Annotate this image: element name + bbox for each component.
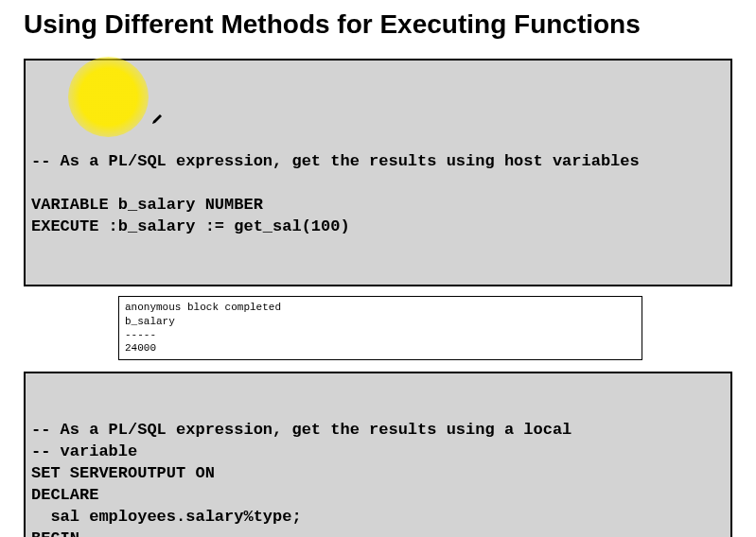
code-block-local-variable: -- As a PL/SQL expression, get the resul… [24, 372, 732, 537]
slide-content: Using Different Methods for Executing Fu… [0, 9, 756, 537]
pencil-cursor-icon [103, 95, 164, 149]
code-block-host-variables: -- As a PL/SQL expression, get the resul… [24, 59, 732, 286]
code-text: -- As a PL/SQL expression, get the resul… [31, 151, 725, 238]
page-title: Using Different Methods for Executing Fu… [24, 9, 732, 40]
output-block-1: anonymous block completed b_salary -----… [118, 296, 642, 359]
code-text: -- As a PL/SQL expression, get the resul… [31, 420, 725, 537]
